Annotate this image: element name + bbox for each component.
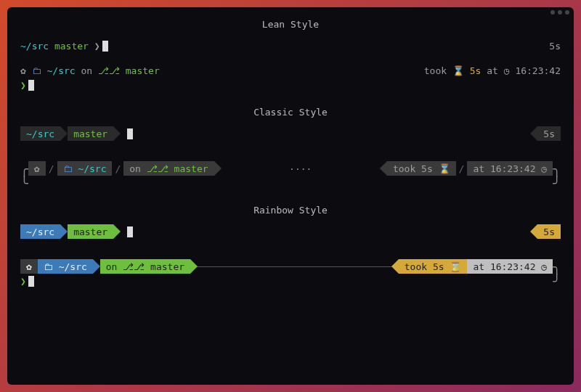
rainbow-rich-line1: ✿ 🗀 ~/src on ⎇ ⎇ master took 5s ⌛ at 16:… — [20, 259, 561, 274]
path-dir: src — [38, 128, 54, 139]
branch-name: master — [73, 128, 107, 139]
cursor — [102, 41, 108, 52]
segment-path: ~/src — [20, 224, 60, 239]
path-dir: src — [38, 226, 54, 237]
at-word: at — [487, 65, 498, 76]
lean-simple-prompt[interactable]: ~/src master ❯ 5s — [20, 38, 561, 53]
cursor — [28, 276, 34, 287]
on-word: on — [81, 65, 92, 76]
path-dir: src — [58, 65, 75, 76]
heading-rainbow: Rainbow Style — [20, 205, 561, 216]
hourglass-icon: ⌛ — [450, 261, 461, 272]
time: 16:23:42 — [490, 163, 536, 174]
segment-branch: master — [68, 126, 113, 141]
heading-lean: Lean Style — [20, 19, 561, 30]
segment-path: 🗀 ~/src — [57, 161, 113, 176]
hourglass-icon: ⌛ — [439, 163, 450, 174]
segment-branch: master — [68, 224, 113, 239]
segment-os: ✿ — [20, 259, 38, 274]
git-icon: ⎇ — [147, 163, 158, 174]
branch-name: master — [73, 226, 107, 237]
window-button-max[interactable] — [558, 10, 562, 15]
path-home: ~/ — [26, 128, 38, 139]
on-word: on — [106, 261, 118, 272]
path-dir: src — [70, 261, 86, 272]
took-word: took — [393, 163, 415, 174]
clock-icon: ◷ — [541, 163, 547, 174]
at-word: at — [473, 261, 484, 272]
path-home: ~/ — [26, 226, 38, 237]
rainbow-rich-line2[interactable]: ❯ ╯ — [20, 274, 561, 288]
segment-path: ~/src — [20, 126, 60, 141]
segment-duration: 5s — [537, 224, 561, 239]
window-titlebar — [7, 7, 574, 17]
segment-duration: 5s — [537, 126, 561, 141]
git-icon: ⎇ — [123, 261, 134, 272]
lean-rich-line1: ✿ 🗀 ~/src on ⎇ ⎇ master took ⌛ 5s at ◷ 1… — [20, 63, 561, 78]
cursor — [28, 80, 34, 91]
segment-took: took 5s ⌛ — [399, 259, 468, 274]
os-icon: ✿ — [34, 163, 40, 174]
branch-icon: ⎇ — [134, 261, 145, 272]
path-dir: src — [32, 41, 49, 52]
bracket-close: ╯ — [553, 176, 561, 191]
segment-time: at 16:23:42 ◷ — [467, 259, 553, 274]
duration: 5s — [421, 163, 433, 174]
bracket-close: ╯ — [553, 274, 561, 289]
branch-icon: ⎇ — [158, 163, 168, 174]
cursor — [127, 226, 133, 237]
path-home: ~/ — [20, 41, 32, 52]
path-home: ~/ — [46, 65, 58, 76]
branch-name: master — [54, 41, 89, 52]
at-word: at — [473, 163, 484, 174]
terminal-window: Lean Style ~/src master ❯ 5s ✿ 🗀 ~/src o… — [7, 7, 574, 385]
prompt-symbol: ❯ — [20, 80, 26, 91]
time: 16:23:42 — [490, 261, 536, 272]
segment-branch: on ⎇ ⎇ master — [100, 259, 190, 274]
segment-branch: on ⎇ ⎇ master — [123, 161, 214, 176]
classic-rich-line1: ╭ ✿ / 🗀 ~/src / on ⎇ ⎇ master ···· took … — [20, 161, 561, 176]
path-home: ~/ — [78, 163, 89, 174]
path-home: ~/ — [59, 261, 70, 272]
duration: 5s — [549, 41, 561, 52]
took-word: took — [405, 261, 427, 272]
segment-time: at 16:23:42 ◷ — [467, 161, 553, 176]
folder-icon: 🗀 — [44, 261, 53, 272]
segment-took: took 5s ⌛ — [387, 161, 456, 176]
on-word: on — [129, 163, 141, 174]
bracket-open: ╭ — [20, 161, 28, 176]
path-dir: src — [89, 163, 106, 174]
classic-simple-prompt[interactable]: ~/src master 5s — [20, 126, 561, 141]
duration: 5s — [543, 128, 555, 139]
separator-line — [193, 266, 396, 267]
os-icon: ✿ — [20, 65, 26, 76]
prompt-symbol: ❯ — [20, 276, 26, 287]
classic-rich-line2[interactable]: ╰ ╯ — [20, 176, 561, 190]
hourglass-icon: ⌛ — [452, 65, 464, 76]
bracket-open: ╰ — [20, 176, 28, 191]
cursor — [127, 128, 133, 139]
lean-rich-line2[interactable]: ❯ — [20, 78, 561, 92]
bracket-close: ╮ — [553, 161, 561, 176]
duration: 5s — [543, 226, 555, 237]
rainbow-simple-prompt[interactable]: ~/src master 5s — [20, 224, 561, 239]
dots: ···· — [214, 163, 387, 174]
folder-icon: 🗀 — [63, 163, 73, 174]
took-word: took — [424, 65, 447, 76]
folder-icon: 🗀 — [32, 65, 41, 76]
segment-os: ✿ — [28, 161, 46, 176]
os-icon: ✿ — [26, 261, 32, 272]
prompt-symbol: ❯ — [94, 41, 100, 52]
duration: 5s — [470, 65, 482, 76]
branch-name: master — [150, 261, 184, 272]
git-icon: ⎇ — [98, 65, 109, 76]
window-button-close[interactable] — [565, 10, 569, 15]
branch-icon: ⎇ — [109, 65, 120, 76]
segment-path: 🗀 ~/src — [38, 259, 93, 274]
bracket-close: ╮ — [553, 259, 561, 274]
branch-name: master — [174, 163, 208, 174]
clock-icon: ◷ — [541, 261, 547, 272]
branch-name: master — [126, 65, 160, 76]
duration: 5s — [433, 261, 444, 272]
window-button-min[interactable] — [550, 10, 555, 15]
